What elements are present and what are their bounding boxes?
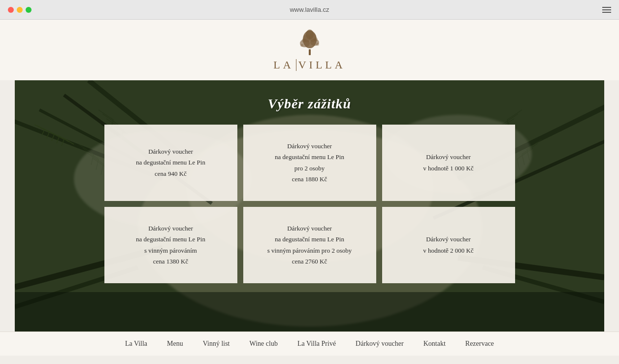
- footer-link-kontakt[interactable]: Kontakt: [424, 340, 446, 348]
- browser-window-controls[interactable]: [8, 7, 32, 13]
- voucher-card-6-text: Dárkový voucher v hodnotě 2 000 Kč: [423, 234, 474, 256]
- voucher-card-5-text: Dárkový voucher na degustační menu Le Pi…: [267, 223, 352, 266]
- site-footer: La Villa Menu Vinný list Wine club La Vi…: [0, 331, 619, 356]
- voucher-card-2[interactable]: Dárkový voucher na degustační menu Le Pi…: [243, 125, 376, 201]
- voucher-card-6[interactable]: Dárkový voucher v hodnotě 2 000 Kč: [382, 207, 515, 283]
- hero-section: Výběr zážitků Dárkový voucher na degusta…: [15, 80, 604, 331]
- footer-link-lavilla[interactable]: La Villa: [125, 340, 147, 348]
- minimize-button[interactable]: [17, 7, 23, 13]
- logo-tree-icon: [297, 30, 323, 57]
- svg-point-9: [300, 44, 303, 47]
- svg-point-8: [314, 37, 318, 41]
- svg-point-10: [316, 43, 319, 46]
- menu-line-1: [602, 7, 611, 8]
- voucher-card-5[interactable]: Dárkový voucher na degustační menu Le Pi…: [243, 207, 376, 283]
- logo-right: VILLA: [298, 59, 346, 71]
- svg-rect-0: [309, 49, 311, 55]
- logo[interactable]: LA VILLA: [273, 30, 345, 71]
- logo-text: LA VILLA: [273, 59, 345, 71]
- footer-link-rezervace[interactable]: Rezervace: [465, 340, 494, 348]
- voucher-card-1[interactable]: Dárkový voucher na degustační menu Le Pi…: [104, 125, 237, 201]
- voucher-card-4[interactable]: Dárkový voucher na degustační menu Le Pi…: [104, 207, 237, 283]
- voucher-card-2-text: Dárkový voucher na degustační menu Le Pi…: [275, 141, 344, 184]
- browser-chrome: www.lavilla.cz: [0, 0, 619, 20]
- hero-title: Výběr zážitků: [268, 96, 351, 112]
- menu-line-3: [602, 12, 611, 13]
- svg-point-7: [302, 38, 306, 42]
- logo-left: LA: [273, 59, 293, 71]
- menu-line-2: [602, 9, 611, 10]
- browser-menu-icon[interactable]: [602, 7, 611, 13]
- footer-link-menu[interactable]: Menu: [167, 340, 183, 348]
- voucher-card-3-text: Dárkový voucher v hodnotě 1 000 Kč: [423, 152, 474, 173]
- footer-link-wine-club[interactable]: Wine club: [250, 340, 278, 348]
- svg-rect-65: [15, 292, 604, 331]
- voucher-card-4-text: Dárkový voucher na degustační menu Le Pi…: [136, 223, 205, 266]
- close-button[interactable]: [8, 7, 14, 13]
- footer-link-vinny-list[interactable]: Vinný list: [203, 340, 230, 348]
- footer-link-lavilla-prive[interactable]: La Villa Privé: [297, 340, 336, 348]
- voucher-cards-grid: Dárkový voucher na degustační menu Le Pi…: [104, 125, 515, 283]
- voucher-card-3[interactable]: Dárkový voucher v hodnotě 1 000 Kč: [382, 125, 515, 201]
- url-bar[interactable]: www.lavilla.cz: [290, 6, 329, 13]
- voucher-card-1-text: Dárkový voucher na degustační menu Le Pi…: [136, 146, 205, 179]
- maximize-button[interactable]: [26, 7, 32, 13]
- site-header: LA VILLA: [0, 20, 619, 80]
- logo-divider: [296, 59, 296, 71]
- footer-link-darkovy-voucher[interactable]: Dárkový voucher: [356, 340, 404, 348]
